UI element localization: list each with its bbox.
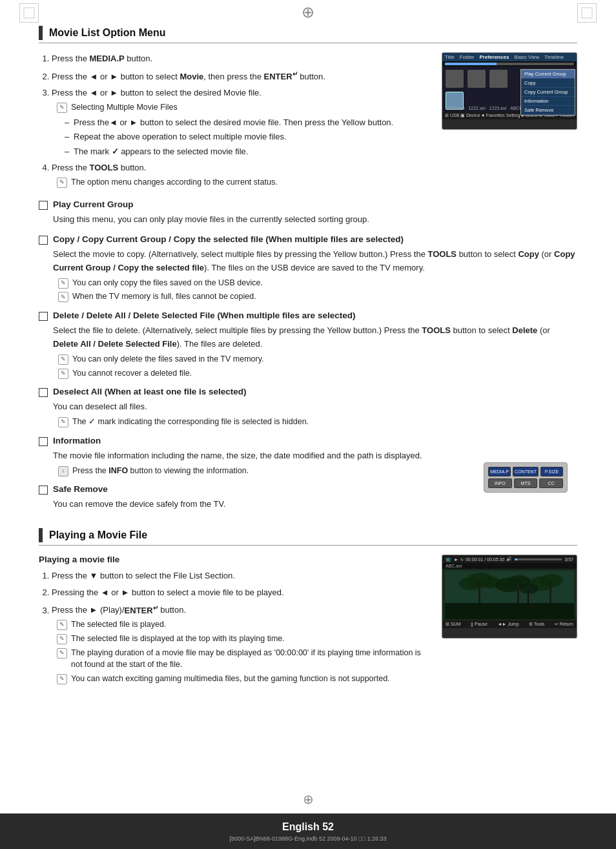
subsection-deselect-all: Deselect All (When at least one file is … [39, 387, 577, 428]
checkbox-deselect [39, 388, 48, 397]
play-step-3: Press the ► (Play)/ENTER↵ button. ✎ The … [52, 602, 429, 685]
information-text-area: Information The movie file information i… [39, 436, 461, 519]
playing-subtitle: Playing a movie file [39, 555, 429, 564]
step3-bullet-1: Press the◄ or ► button to select the des… [65, 116, 429, 129]
step2-bold1: Movie [180, 72, 203, 81]
tv-progress-fill [445, 63, 497, 65]
player-time: 00:00:01 / 00:05:30 [466, 557, 504, 562]
player-counter: 3/37 [564, 557, 573, 562]
bottom-device: ▣ Device [460, 113, 480, 118]
tv-player: 📺 ► ↻ 00:00:01 / 00:05:30 🔊 3/37 ABC.avi [442, 555, 577, 639]
player-progress-bar [515, 558, 562, 560]
tv-progress-bar [442, 61, 577, 66]
footer-english-52: English 52 [282, 821, 334, 833]
player-return: ↩ Return [555, 622, 573, 627]
player-sum: ⊞ SUM [446, 622, 461, 627]
deselect-body: You can deselect all files. ✎ The ✓ mark… [39, 400, 577, 428]
step3-subbullets: Press the◄ or ► button to select the des… [52, 116, 429, 158]
info-heading: Information [53, 436, 101, 445]
player-bottom-bar: ⊞ SUM ‖ Pause ◄► Jump ⚙ Tools ↩ Return [442, 620, 577, 628]
tv-context-menu: Play Current Group Copy Copy Current Gro… [520, 69, 575, 116]
pencil-icon-play-3: ✎ [57, 648, 67, 659]
play-note-4: ✎ You can watch exciting gaming multimed… [57, 673, 429, 685]
step-4: Press the TOOLS button. ✎ The option men… [52, 161, 429, 188]
svg-rect-16 [528, 589, 529, 603]
step-1: Press the MEDIA.P button. [52, 52, 429, 65]
remote-content: CONTENT [513, 467, 539, 476]
pencil-icon-copy-1: ✎ [58, 278, 68, 289]
page-corner-mark-right [577, 3, 597, 23]
tab-title: Title [445, 54, 455, 60]
info-icon-note: i [58, 466, 68, 476]
tv-progress-track [445, 63, 574, 65]
svg-rect-14 [549, 580, 551, 603]
tv-file-2 [467, 70, 486, 88]
safe-body: You can remove the device safely from th… [39, 498, 461, 511]
player-play-icon: ► [454, 557, 458, 562]
subsection-safe-remove: Safe Remove You can remove the device sa… [39, 484, 461, 511]
copy-heading: Copy / Copy Current Group / Copy the sel… [53, 234, 404, 244]
player-pause: ‖ Pause [471, 622, 488, 627]
information-section: Information The movie file information i… [39, 436, 577, 519]
section1-text: Press the MEDIA.P button. Press the ◄ or… [39, 52, 429, 193]
info-note-text: Press the INFO button to viewing the inf… [72, 465, 249, 477]
label-3: 1223.avi [489, 106, 506, 110]
bottom-compass-icon: ⊕ [303, 792, 314, 807]
tv-option-menu-screenshot: Title Folder Preferences Basic View Time… [442, 52, 577, 193]
tab-folder: Folder [460, 54, 475, 60]
step3-bullet-2: Repeat the above operation to select mul… [65, 130, 429, 143]
checkbox-safe [39, 486, 48, 495]
page-footer: English 52 [8000-SA]BN68-01988G-Eng.indb… [0, 813, 616, 849]
section1-title-bar: Movie List Option Menu [39, 26, 577, 43]
tv-player-screenshot-area: 📺 ► ↻ 00:00:01 / 00:05:30 🔊 3/37 ABC.avi [442, 555, 577, 690]
checkbox-delete [39, 312, 48, 321]
player-icon: 📺 [446, 557, 451, 562]
deselect-heading: Deselect All (When at least one file is … [53, 387, 247, 396]
section1-title: Movie List Option Menu [49, 27, 165, 39]
section2-title: Playing a Movie File [49, 529, 147, 541]
section2-content: Playing a movie file Press the ▼ button … [39, 555, 577, 690]
subsection-pcg-title: Play Current Group [39, 199, 577, 210]
svg-rect-1 [582, 8, 592, 18]
step3-bullet-3: The mark ✓ appears to the selected movie… [65, 145, 429, 158]
ctx-copy-current-group: Copy Current Group [521, 88, 575, 97]
section2-bar-accent [39, 528, 43, 542]
subsection-delete-title: Delete / Delete All / Delete Selected Fi… [39, 311, 577, 321]
tv-option-menu: Title Folder Preferences Basic View Time… [442, 52, 577, 130]
remote-buttons-widget: MEDIA.P CONTENT P.SIZE INFO MTS CC [484, 462, 568, 493]
play-note-3: ✎ The playing duration of a movie file m… [57, 647, 429, 671]
step4-note-text: The option menu changes according to the… [71, 176, 278, 189]
footer-file-info: [8000-SA]BN68-01988G-Eng.indb 52 2009-04… [229, 835, 386, 842]
subsection-copy: Copy / Copy Current Group / Copy the sel… [39, 234, 577, 303]
delete-note-2-text: You cannot recover a deleted file. [72, 367, 192, 380]
copy-body: Select the movie to copy. (Alternatively… [39, 248, 577, 303]
copy-note-1: ✎ You can only copy the files saved on t… [58, 277, 577, 289]
play-step-2: Pressing the ◄ or ► button to select a m… [52, 586, 429, 599]
pencil-icon-delete-2: ✎ [58, 369, 68, 379]
player-speaker: 🔊 [506, 557, 512, 562]
play-note-2-text: The selected file is displayed at the to… [71, 633, 285, 645]
step-3: Press the ◄ or ► button to select the de… [52, 87, 429, 158]
remote-info: INFO [488, 478, 512, 488]
tv-file-labels: 1221.avi 1222.avi 1223.avi ABCD.avi [447, 106, 530, 110]
pencil-icon-delete-1: ✎ [58, 354, 68, 365]
pencil-icon-copy-2: ✎ [58, 292, 68, 302]
info-body: The movie file information including the… [39, 449, 461, 477]
remote-cc: CC [539, 478, 563, 488]
player-filename: ABC.avi [446, 564, 462, 568]
tv-files-area: 1221.avi 1222.avi 1223.avi ABCD.avi Play… [442, 66, 577, 112]
tv-file-1 [446, 70, 464, 88]
deselect-note-text: The ✓ mark indicating the corresponding … [72, 416, 309, 428]
section2-title-bar: Playing a Movie File [39, 528, 577, 546]
subsection-copy-title: Copy / Copy Current Group / Copy the sel… [39, 234, 577, 245]
ctx-safe-remove: Safe Remove [521, 106, 575, 115]
play-note-1-text: The selected file is played. [71, 619, 166, 631]
delete-body: Select the file to delete. (Alternativel… [39, 324, 577, 379]
bottom-favorites: ★ Favorites Setting [481, 113, 520, 118]
subsection-safe-title: Safe Remove [39, 484, 461, 495]
player-video-area [442, 569, 577, 620]
ctx-copy: Copy [521, 79, 575, 88]
checkbox-info [39, 437, 48, 446]
step2-bold2: ENTER↵ [264, 72, 298, 81]
bottom-usb: ⊞ USB [445, 113, 459, 118]
